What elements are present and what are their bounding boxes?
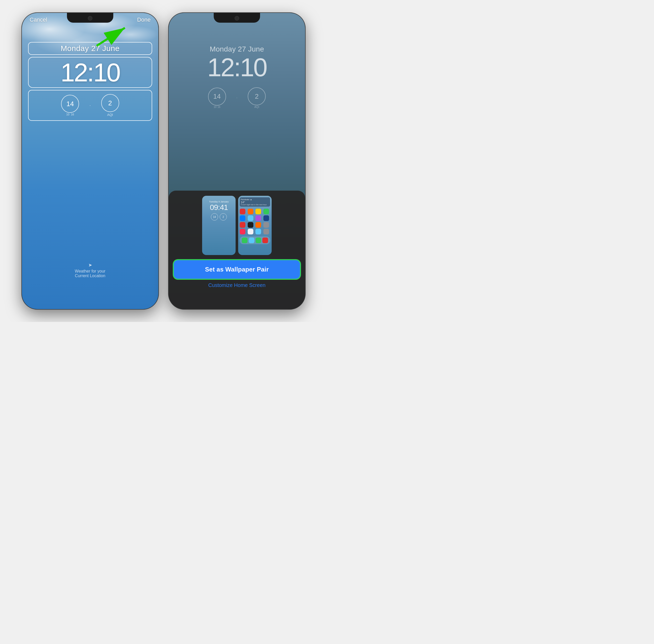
weather-sub-1: 10 16 xyxy=(66,113,74,116)
right-notch xyxy=(214,13,260,23)
right-weather-label-2: AQI xyxy=(254,105,259,109)
right-weather-item-2: 2 AQI xyxy=(248,87,266,109)
app-grid xyxy=(238,208,272,235)
weather-low: 10 xyxy=(66,113,69,116)
weather-label-2: AQI xyxy=(107,113,113,117)
right-date-label: Monday 27 June xyxy=(175,45,299,53)
app-icon xyxy=(255,209,261,214)
dock-icon xyxy=(256,237,261,243)
weather-separator: · xyxy=(89,103,91,108)
right-lock-widgets: Monday 27 June 12:10 14 10 16 · 2 xyxy=(169,27,305,112)
weather-circle-1: 14 xyxy=(61,95,79,113)
cancel-button[interactable]: Cancel xyxy=(30,17,47,23)
app-icon xyxy=(255,229,261,234)
right-weather-widget: 14 10 16 · 2 AQI xyxy=(175,84,299,112)
dock-icon xyxy=(249,237,254,243)
dock-icon xyxy=(262,237,268,243)
app-icon xyxy=(240,215,246,221)
weather-item-1: 14 10 16 xyxy=(61,95,79,116)
location-icon: ➤ xyxy=(75,262,106,268)
right-weather-circle-2: 2 xyxy=(248,87,266,105)
thumb-widget-card: Pembuke ▲ 14° It won't light rain in the… xyxy=(240,197,270,207)
right-weather-item-1: 14 10 16 xyxy=(208,88,226,109)
bottom-panel: Tuesday 9 January 09:41 14 2 Pembuke xyxy=(169,191,305,309)
app-icon xyxy=(263,222,269,228)
date-widget: Monday 27 June xyxy=(28,42,152,55)
weather-num-1: 14 xyxy=(66,100,74,107)
right-screen: Monday 27 June 12:10 14 10 16 · 2 xyxy=(169,13,305,309)
right-weather-num-2: 2 xyxy=(255,92,258,100)
app-icon xyxy=(255,222,261,228)
right-weather-sub-1: 10 16 xyxy=(214,106,220,109)
weather-num-2: 2 xyxy=(108,100,112,107)
app-icon xyxy=(263,215,269,221)
customize-home-screen-button[interactable]: Customize Home Screen xyxy=(174,282,300,288)
app-icon xyxy=(263,209,269,214)
left-phone: Cancel Done Monday 27 June 12:10 xyxy=(22,13,158,309)
thumb-date: Tuesday 9 January xyxy=(202,201,236,203)
location-text: ➤ Weather for your Current Location xyxy=(75,262,106,278)
weather-item-2: 2 AQI xyxy=(101,94,119,117)
notch xyxy=(67,13,113,23)
right-weather-separator: · xyxy=(236,96,237,100)
right-phone: Monday 27 June 12:10 14 10 16 · 2 xyxy=(169,13,305,309)
app-icon xyxy=(248,229,253,234)
green-arrow-annotation xyxy=(91,23,133,48)
app-icon xyxy=(255,215,261,221)
app-icon xyxy=(240,209,246,214)
thumb-w1: 14 xyxy=(211,213,218,221)
weather-high: 16 xyxy=(71,113,74,116)
weather-widget: 14 10 16 · 2 AQI xyxy=(28,90,152,121)
thumbnail-row: Tuesday 9 January 09:41 14 2 Pembuke xyxy=(174,196,300,255)
lock-widgets: Monday 27 June 12:10 14 10 16 · xyxy=(22,27,158,121)
app-icon xyxy=(240,229,246,234)
time-widget: 12:10 xyxy=(28,57,152,88)
right-time-label: 12:10 xyxy=(175,54,299,80)
svg-line-1 xyxy=(97,28,125,46)
location-line1: Weather for your xyxy=(75,269,106,273)
thumb-w2: 2 xyxy=(219,213,227,221)
app-icon xyxy=(248,209,253,214)
thumb-widgets: 14 2 xyxy=(202,213,236,221)
app-icon xyxy=(248,222,253,228)
app-icon xyxy=(240,222,246,228)
right-weather-circle-1: 14 xyxy=(208,88,226,106)
weather-circle-2: 2 xyxy=(101,94,119,112)
location-line2: Current Location xyxy=(75,274,105,278)
thumb-time: 09:41 xyxy=(202,204,236,211)
lock-screen-thumbnail: Tuesday 9 January 09:41 14 2 xyxy=(202,196,236,255)
done-button[interactable]: Done xyxy=(137,17,150,23)
dock xyxy=(240,236,270,244)
right-weather-num-1: 14 xyxy=(213,92,221,100)
home-screen-thumbnail: Pembuke ▲ 14° It won't light rain in the… xyxy=(238,196,272,255)
left-screen: Cancel Done Monday 27 June 12:10 xyxy=(22,13,158,309)
time-label: 12:10 xyxy=(61,58,120,87)
app-icon xyxy=(248,215,253,221)
dock-icon xyxy=(242,237,248,243)
app-icon xyxy=(263,229,269,234)
set-wallpaper-pair-button[interactable]: Set as Wallpaper Pair xyxy=(174,260,300,279)
